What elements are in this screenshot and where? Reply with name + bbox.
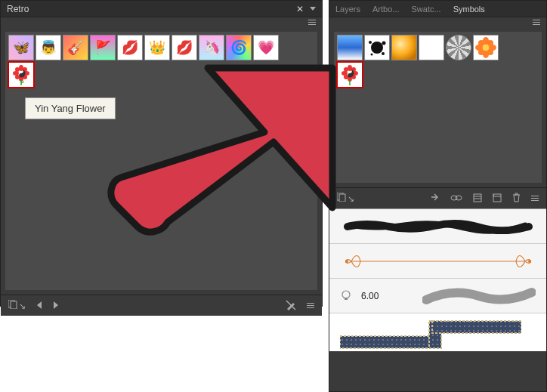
svg-point-14 [382,42,386,45]
svg-point-24 [487,49,493,55]
brush-row-charcoal[interactable] [329,209,546,244]
symbol-thumb-ink[interactable] [364,35,390,60]
brush-row-basic[interactable]: 6.00 [329,279,546,313]
footer-menu-icon[interactable] [307,303,314,308]
svg-point-1 [19,65,23,71]
brush-row-pattern[interactable] [329,313,546,351]
svg-point-23 [478,49,484,55]
symbol-thumb-pennant[interactable]: 🚩 [90,35,116,60]
symbol-thumb-lips-pink[interactable]: 💋 [117,35,143,60]
symbol-thumb-tiara[interactable]: 👑 [144,35,170,60]
panel-menu-icon[interactable] [533,20,540,25]
panel-title: Retro [7,4,29,14]
trash-icon[interactable] [512,193,521,204]
svg-rect-10 [11,301,17,309]
symbol-thumb-blank[interactable] [419,35,444,60]
place-symbol-icon[interactable] [431,193,440,204]
symbol-thumb-angel[interactable]: 👼 [36,35,61,60]
symbol-thumb-chain[interactable] [446,35,471,60]
svg-point-27 [348,65,352,71]
svg-point-15 [371,54,373,56]
symbols-panel: Layers Artbo... Swatc... Symbols [329,0,547,392]
no-edit-icon[interactable] [286,300,296,312]
footer-menu-icon[interactable] [531,196,539,201]
svg-point-5 [15,67,20,72]
svg-point-45 [342,291,350,298]
tab-layers[interactable]: Layers [335,5,360,14]
svg-point-25 [483,45,489,51]
symbols-grid [334,32,542,183]
symbol-thumb-butterfly[interactable]: 🦋 [8,35,34,60]
symbol-tooltip: Yin Yang Flower [25,97,116,119]
svg-rect-51 [432,321,521,333]
symbol-thumb-yin-yang-flower-doc[interactable] [337,62,363,88]
svg-point-7 [15,75,20,79]
break-link-icon[interactable] [450,194,462,203]
svg-rect-39 [474,194,481,202]
panel-header: Retro ✕ [1,1,322,17]
retro-library-panel: Retro ✕ 🦋 👼 🎸 🚩 💋 👑 💋 🦄 🌀 💗 [0,0,323,307]
brush-row-calligraphy[interactable] [329,244,546,279]
next-icon[interactable] [53,301,59,310]
svg-point-13 [369,41,372,44]
svg-point-22 [487,40,493,46]
svg-point-38 [456,196,462,200]
symbol-thumb-heart-wings[interactable]: 💗 [253,35,279,60]
panel-footer: ↘ [1,295,322,316]
svg-rect-42 [493,194,501,202]
tab-artboards[interactable]: Artbo... [372,5,399,14]
prev-icon[interactable] [36,301,42,310]
symbols-footer: ↘ [329,187,546,208]
symbol-thumb-flower[interactable] [473,35,499,60]
svg-rect-36 [339,194,345,202]
bulb-icon [340,289,352,303]
tab-swatches[interactable]: Swatc... [412,5,441,14]
svg-point-21 [478,40,484,46]
close-icon[interactable]: ✕ [296,4,304,14]
svg-rect-46 [345,298,348,300]
tab-symbols[interactable]: Symbols [453,5,485,14]
symbol-thumb-gradient[interactable] [337,35,363,60]
svg-point-31 [344,67,348,72]
svg-rect-49 [340,336,438,348]
symbol-thumb-lips-red[interactable]: 💋 [172,35,197,60]
svg-point-12 [371,42,383,54]
library-menu-icon[interactable]: ↘ [337,193,354,204]
svg-point-33 [344,75,348,79]
tab-bar: Layers Artbo... Swatc... Symbols [329,1,546,17]
symbol-thumb-yin-yang-flower[interactable] [8,62,34,88]
svg-point-29 [341,71,348,76]
symbol-thumb-guitar[interactable]: 🎸 [63,35,88,60]
svg-point-3 [13,71,19,76]
brushes-panel: 6.00 [329,208,546,351]
symbol-thumb-spiral[interactable]: 🌀 [226,35,252,60]
symbol-thumb-sphere[interactable] [391,35,417,60]
new-symbol-icon[interactable] [493,193,502,204]
svg-point-44 [528,260,531,263]
stroke-weight-value: 6.00 [361,291,379,301]
symbol-library-grid: 🦋 👼 🎸 🚩 💋 👑 💋 🦄 🌀 💗 [5,32,317,290]
chevron-down-icon[interactable] [310,7,316,11]
svg-point-16 [382,52,385,55]
symbol-thumb-unicorn[interactable]: 🦄 [199,35,224,60]
symbol-options-icon[interactable] [473,193,482,204]
library-menu-icon[interactable]: ↘ [8,300,26,311]
svg-point-43 [345,260,348,263]
panel-menu-icon[interactable] [308,20,316,25]
